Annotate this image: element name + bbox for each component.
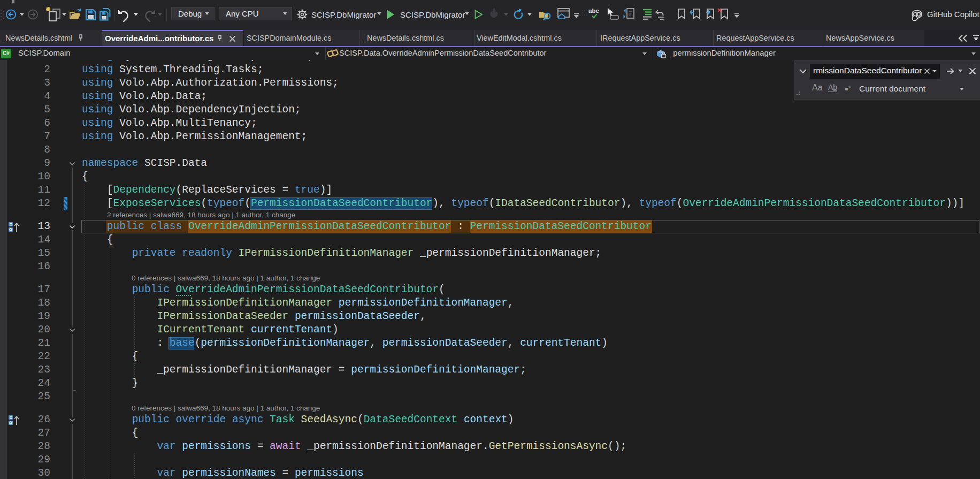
svg-text:abc: abc — [588, 7, 599, 14]
